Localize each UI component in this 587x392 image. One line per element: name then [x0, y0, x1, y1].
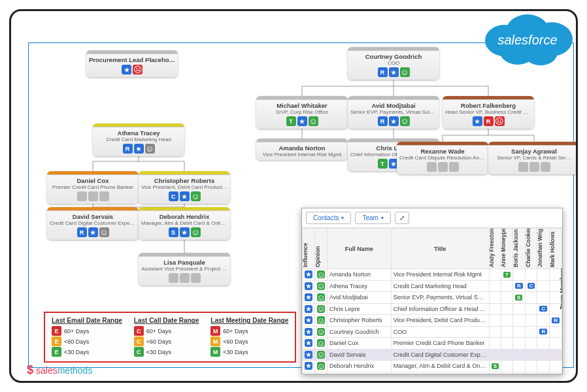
matrix-header: Influence [303, 229, 315, 269]
matrix-cell[interactable] [489, 280, 501, 292]
matrix-cell[interactable] [489, 349, 501, 361]
matrix-team-header: Jonathan Wright [537, 229, 550, 269]
org-card[interactable]: Athena TraceyCredit Card Marketing Head [93, 123, 184, 156]
matrix-cell[interactable] [489, 315, 501, 327]
matrix-cell[interactable] [525, 315, 537, 327]
matrix-cell[interactable] [537, 315, 550, 327]
org-card[interactable]: Daniel CoxPremier Credit Card Phone Bank… [47, 171, 139, 204]
matrix-table[interactable]: InfluenceOpinionFull NameTitleAndy Frees… [302, 228, 562, 374]
org-card[interactable]: Deborah HendrixManager, Atm & Debit Card… [139, 207, 230, 240]
matrix-cell[interactable]: S [512, 292, 525, 304]
matrix-cell[interactable] [537, 361, 550, 372]
matrix-cell[interactable] [525, 338, 537, 350]
matrix-cell[interactable]: R [537, 326, 550, 338]
matrix-cell[interactable] [537, 372, 550, 374]
matrix-cell[interactable] [501, 315, 512, 327]
matrix-row[interactable]: Christopher RobertsVice President, Debit… [303, 315, 562, 327]
matrix-cell[interactable] [489, 372, 501, 374]
matrix-cell[interactable] [512, 269, 525, 281]
matrix-cell[interactable] [537, 338, 550, 350]
matrix-cell[interactable] [525, 361, 537, 372]
org-card-root[interactable]: Courtney Goodrich COO [348, 47, 439, 80]
legend-chip: M [210, 326, 220, 336]
matrix-cell[interactable] [525, 349, 537, 361]
matrix-cell[interactable] [537, 349, 550, 361]
matrix-cell[interactable] [512, 338, 525, 350]
letter-icon [378, 116, 388, 126]
matrix-cell[interactable]: T [501, 269, 512, 281]
matrix-cell[interactable] [501, 326, 512, 338]
matrix-body[interactable]: Team Members InfluenceOpinionFull NameTi… [302, 228, 562, 374]
legend-text: 60+ Days [223, 328, 248, 335]
matrix-cell[interactable] [550, 326, 562, 338]
matrix-cell[interactable]: C [537, 303, 550, 315]
org-card[interactable]: Christopher RobertsVice President, Debit… [139, 171, 230, 204]
matrix-cell[interactable] [489, 338, 501, 350]
matrix-cell[interactable] [525, 303, 537, 315]
org-card[interactable]: Amanda NortonVice President Internal Ris… [256, 139, 348, 160]
matrix-cell[interactable]: R [550, 315, 562, 327]
matrix-cell[interactable] [525, 372, 537, 374]
matrix-row[interactable]: Daniel CoxPremier Credit Card Phone Bank… [303, 338, 562, 350]
matrix-cell[interactable] [501, 338, 512, 350]
matrix-row[interactable]: Michael WhitakerSrVP, Corp Risk OfficeT [303, 372, 562, 374]
matrix-cell[interactable] [537, 280, 550, 292]
matrix-title: Manager, Atm & Debit Card & Online Ba [391, 361, 489, 372]
contacts-dropdown[interactable]: Contacts [306, 212, 351, 224]
team-dropdown[interactable]: Team [355, 212, 390, 224]
matrix-cell[interactable] [489, 303, 501, 315]
star-icon [389, 116, 399, 126]
matrix-cell[interactable] [550, 349, 562, 361]
matrix-cell[interactable] [501, 292, 512, 304]
org-card[interactable]: Michael WhitakerSrVP, Corp Risk Office [256, 96, 348, 129]
matrix-cell[interactable] [512, 326, 525, 338]
matrix-cell[interactable] [550, 361, 562, 372]
matrix-row[interactable]: Deborah HendrixManager, Atm & Debit Card… [303, 361, 562, 372]
org-card[interactable]: Sanjay AgrawalSenior VP, Cards & Retail … [488, 142, 578, 174]
salesforce-logo: salesforce [472, 1, 583, 73]
matrix-cell[interactable] [512, 349, 525, 361]
matrix-cell[interactable] [550, 372, 562, 374]
matrix-cell[interactable]: R [512, 280, 525, 292]
org-card-placeholder[interactable]: Procurement Lead Placeholder [86, 50, 178, 77]
logo-text-a: sales [36, 365, 58, 376]
matrix-row[interactable]: Chris LepreChief Information Officer & H… [303, 303, 562, 315]
matrix-cell[interactable] [525, 269, 537, 281]
legend-text: <30 Days [223, 349, 248, 355]
matrix-cell[interactable] [512, 372, 525, 374]
matrix-cell[interactable] [537, 292, 550, 304]
matrix-cell[interactable]: C [525, 280, 537, 292]
matrix-row[interactable]: Courtney GoodrichCOOR [303, 326, 562, 338]
matrix-cell[interactable]: S [489, 361, 501, 372]
matrix-cell[interactable] [501, 361, 512, 372]
matrix-cell[interactable] [501, 349, 512, 361]
legend-row: C<60 Days [134, 336, 199, 346]
matrix-row[interactable]: David ServaisCredit Card Digital Custome… [303, 349, 562, 361]
matrix-row[interactable]: Avid ModjtabaiSenior EVP, Payments, Virt… [303, 292, 562, 304]
matrix-cell[interactable] [501, 303, 512, 315]
matrix-cell[interactable]: T [501, 372, 512, 374]
org-card[interactable]: Avid ModjtabaiSenior EVP, Payments, Virt… [348, 96, 439, 129]
matrix-row[interactable]: Athena TraceyCredit Card Marketing HeadR… [303, 280, 562, 292]
matrix-cell[interactable] [550, 338, 562, 350]
opinion-icon [315, 349, 327, 361]
matrix-cell[interactable] [512, 315, 525, 327]
matrix-cell[interactable] [489, 269, 501, 281]
matrix-cell[interactable] [525, 292, 537, 304]
letter-icon [286, 116, 296, 126]
expand-button[interactable]: ⤢ [395, 212, 409, 224]
matrix-row[interactable]: Amanda NortonVice President Internal Ris… [303, 269, 562, 281]
card-title: Credit Card Dispute Resolution Anal… [399, 155, 486, 161]
org-card[interactable]: Lisa PasqualeAssistant Vice President & … [139, 253, 230, 286]
org-card[interactable]: David ServaisCredit Card Digital Custome… [47, 207, 139, 240]
matrix-cell[interactable] [489, 292, 501, 304]
matrix-panel[interactable]: Contacts Team ⤢ Team Members InfluenceOp… [301, 208, 563, 374]
matrix-cell[interactable] [525, 326, 537, 338]
matrix-cell[interactable] [512, 361, 525, 372]
org-card[interactable]: Robert FalkenbergHead Senior VP, Busines… [443, 96, 534, 129]
matrix-cell[interactable] [501, 280, 512, 292]
org-card[interactable]: Rexanne WadeCredit Card Dispute Resoluti… [397, 142, 488, 174]
matrix-cell[interactable] [537, 269, 550, 281]
matrix-cell[interactable] [512, 303, 525, 315]
matrix-cell[interactable] [489, 326, 501, 338]
